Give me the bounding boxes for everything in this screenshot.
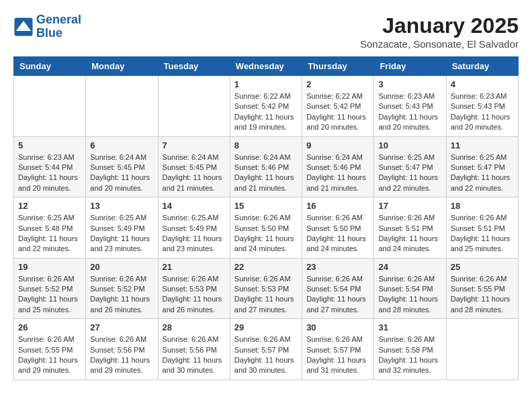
day-info: Sunrise: 6:26 AMSunset: 5:56 PMDaylight:…: [163, 334, 226, 376]
calendar-cell: 15Sunrise: 6:26 AMSunset: 5:50 PMDayligh…: [230, 197, 302, 259]
calendar-cell: 10Sunrise: 6:25 AMSunset: 5:47 PMDayligh…: [374, 136, 446, 197]
calendar-header-row: SundayMondayTuesdayWednesdayThursdayFrid…: [14, 57, 519, 76]
column-header-tuesday: Tuesday: [158, 57, 230, 76]
calendar-week-3: 12Sunrise: 6:25 AMSunset: 5:48 PMDayligh…: [14, 197, 519, 259]
day-info: Sunrise: 6:24 AMSunset: 5:46 PMDaylight:…: [306, 152, 369, 194]
calendar-cell: 24Sunrise: 6:26 AMSunset: 5:54 PMDayligh…: [374, 258, 446, 319]
calendar-cell: 22Sunrise: 6:26 AMSunset: 5:53 PMDayligh…: [230, 258, 302, 319]
column-header-friday: Friday: [374, 57, 446, 76]
calendar-title: January 2025: [360, 13, 519, 38]
calendar-table: SundayMondayTuesdayWednesdayThursdayFrid…: [13, 56, 519, 380]
logo-icon: [13, 17, 34, 37]
calendar-cell: 1Sunrise: 6:22 AMSunset: 5:42 PMDaylight…: [230, 76, 302, 137]
day-info: Sunrise: 6:23 AMSunset: 5:43 PMDaylight:…: [378, 91, 441, 133]
day-info: Sunrise: 6:25 AMSunset: 5:47 PMDaylight:…: [378, 152, 441, 194]
day-number: 19: [18, 262, 81, 272]
day-number: 25: [451, 262, 514, 272]
day-info: Sunrise: 6:24 AMSunset: 5:46 PMDaylight:…: [234, 152, 298, 194]
day-info: Sunrise: 6:26 AMSunset: 5:55 PMDaylight:…: [18, 334, 81, 376]
page-header: General Blue January 2025 Sonzacate, Son…: [13, 13, 519, 50]
calendar-week-2: 5Sunrise: 6:23 AMSunset: 5:44 PMDaylight…: [14, 136, 519, 197]
day-number: 15: [234, 201, 298, 211]
column-header-saturday: Saturday: [446, 57, 518, 76]
calendar-cell: 28Sunrise: 6:26 AMSunset: 5:56 PMDayligh…: [158, 319, 230, 380]
day-number: 13: [90, 201, 153, 211]
day-number: 16: [306, 201, 369, 211]
day-number: 17: [378, 201, 441, 211]
day-number: 18: [451, 201, 514, 211]
calendar-cell: 17Sunrise: 6:26 AMSunset: 5:51 PMDayligh…: [374, 197, 446, 259]
calendar-cell: 21Sunrise: 6:26 AMSunset: 5:53 PMDayligh…: [158, 258, 230, 319]
day-info: Sunrise: 6:26 AMSunset: 5:51 PMDaylight:…: [451, 213, 514, 255]
column-header-wednesday: Wednesday: [230, 57, 302, 76]
day-info: Sunrise: 6:26 AMSunset: 5:51 PMDaylight:…: [378, 213, 441, 255]
day-info: Sunrise: 6:26 AMSunset: 5:52 PMDaylight:…: [90, 274, 153, 316]
day-number: 30: [306, 322, 369, 332]
calendar-cell: [14, 76, 86, 137]
day-number: 22: [234, 262, 298, 272]
day-info: Sunrise: 6:23 AMSunset: 5:43 PMDaylight:…: [451, 91, 514, 133]
day-info: Sunrise: 6:25 AMSunset: 5:49 PMDaylight:…: [90, 213, 153, 255]
calendar-cell: 23Sunrise: 6:26 AMSunset: 5:54 PMDayligh…: [302, 258, 374, 319]
day-info: Sunrise: 6:25 AMSunset: 5:49 PMDaylight:…: [163, 213, 226, 255]
calendar-cell: 19Sunrise: 6:26 AMSunset: 5:52 PMDayligh…: [14, 258, 86, 319]
day-info: Sunrise: 6:26 AMSunset: 5:53 PMDaylight:…: [234, 274, 298, 316]
day-number: 27: [90, 322, 153, 332]
calendar-subtitle: Sonzacate, Sonsonate, El Salvador: [360, 38, 519, 50]
column-header-sunday: Sunday: [14, 57, 86, 76]
calendar-cell: 5Sunrise: 6:23 AMSunset: 5:44 PMDaylight…: [14, 136, 86, 197]
day-info: Sunrise: 6:26 AMSunset: 5:54 PMDaylight:…: [306, 274, 369, 316]
day-info: Sunrise: 6:25 AMSunset: 5:47 PMDaylight:…: [451, 152, 514, 194]
day-info: Sunrise: 6:22 AMSunset: 5:42 PMDaylight:…: [306, 91, 369, 133]
column-header-thursday: Thursday: [302, 57, 374, 76]
day-info: Sunrise: 6:26 AMSunset: 5:56 PMDaylight:…: [90, 334, 153, 376]
calendar-cell: 6Sunrise: 6:24 AMSunset: 5:45 PMDaylight…: [86, 136, 158, 197]
day-number: 8: [234, 140, 298, 150]
day-number: 12: [18, 201, 81, 211]
calendar-cell: 16Sunrise: 6:26 AMSunset: 5:50 PMDayligh…: [302, 197, 374, 259]
day-number: 20: [90, 262, 153, 272]
column-header-monday: Monday: [86, 57, 158, 76]
day-number: 9: [306, 140, 369, 150]
day-number: 6: [90, 140, 153, 150]
day-info: Sunrise: 6:26 AMSunset: 5:52 PMDaylight:…: [18, 274, 81, 316]
day-number: 5: [18, 140, 81, 150]
day-info: Sunrise: 6:26 AMSunset: 5:57 PMDaylight:…: [306, 334, 369, 376]
day-number: 28: [163, 322, 226, 332]
day-info: Sunrise: 6:22 AMSunset: 5:42 PMDaylight:…: [234, 91, 298, 133]
calendar-cell: 9Sunrise: 6:24 AMSunset: 5:46 PMDaylight…: [302, 136, 374, 197]
day-number: 3: [378, 79, 441, 89]
calendar-cell: 14Sunrise: 6:25 AMSunset: 5:49 PMDayligh…: [158, 197, 230, 259]
day-number: 23: [306, 262, 369, 272]
day-info: Sunrise: 6:26 AMSunset: 5:54 PMDaylight:…: [378, 274, 441, 316]
day-number: 2: [306, 79, 369, 89]
calendar-cell: 25Sunrise: 6:26 AMSunset: 5:55 PMDayligh…: [446, 258, 518, 319]
day-info: Sunrise: 6:24 AMSunset: 5:45 PMDaylight:…: [90, 152, 153, 194]
calendar-cell: 2Sunrise: 6:22 AMSunset: 5:42 PMDaylight…: [302, 76, 374, 137]
day-number: 29: [234, 322, 298, 332]
calendar-cell: 4Sunrise: 6:23 AMSunset: 5:43 PMDaylight…: [446, 76, 518, 137]
day-number: 1: [234, 79, 298, 89]
calendar-cell: [158, 76, 230, 137]
calendar-cell: 13Sunrise: 6:25 AMSunset: 5:49 PMDayligh…: [86, 197, 158, 259]
calendar-cell: 29Sunrise: 6:26 AMSunset: 5:57 PMDayligh…: [230, 319, 302, 380]
calendar-cell: 3Sunrise: 6:23 AMSunset: 5:43 PMDaylight…: [374, 76, 446, 137]
calendar-week-4: 19Sunrise: 6:26 AMSunset: 5:52 PMDayligh…: [14, 258, 519, 319]
calendar-cell: 12Sunrise: 6:25 AMSunset: 5:48 PMDayligh…: [14, 197, 86, 259]
calendar-week-1: 1Sunrise: 6:22 AMSunset: 5:42 PMDaylight…: [14, 76, 519, 137]
day-number: 31: [378, 322, 441, 332]
calendar-cell: 20Sunrise: 6:26 AMSunset: 5:52 PMDayligh…: [86, 258, 158, 319]
calendar-week-5: 26Sunrise: 6:26 AMSunset: 5:55 PMDayligh…: [14, 319, 519, 380]
calendar-cell: 7Sunrise: 6:24 AMSunset: 5:45 PMDaylight…: [158, 136, 230, 197]
logo-text: General Blue: [36, 13, 81, 40]
calendar-cell: 30Sunrise: 6:26 AMSunset: 5:57 PMDayligh…: [302, 319, 374, 380]
day-number: 11: [451, 140, 514, 150]
day-info: Sunrise: 6:26 AMSunset: 5:57 PMDaylight:…: [234, 334, 298, 376]
calendar-cell: 8Sunrise: 6:24 AMSunset: 5:46 PMDaylight…: [230, 136, 302, 197]
calendar-cell: 27Sunrise: 6:26 AMSunset: 5:56 PMDayligh…: [86, 319, 158, 380]
calendar-cell: [86, 76, 158, 137]
day-info: Sunrise: 6:26 AMSunset: 5:53 PMDaylight:…: [163, 274, 226, 316]
day-number: 24: [378, 262, 441, 272]
day-info: Sunrise: 6:26 AMSunset: 5:55 PMDaylight:…: [451, 274, 514, 316]
day-info: Sunrise: 6:26 AMSunset: 5:50 PMDaylight:…: [306, 213, 369, 255]
